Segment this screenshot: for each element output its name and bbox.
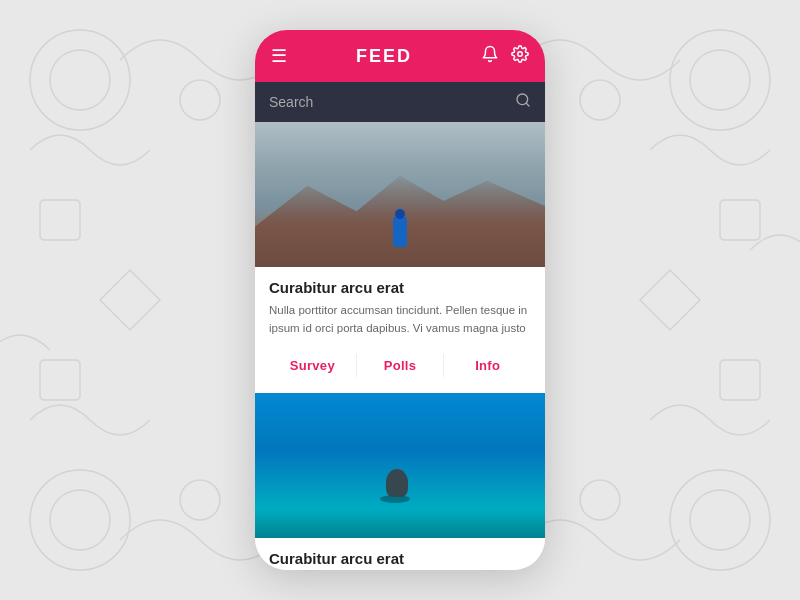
settings-icon[interactable] (511, 45, 529, 68)
svg-point-7 (670, 470, 770, 570)
search-icon[interactable] (515, 92, 531, 112)
card-2-title: Curabitur arcu erat (269, 550, 531, 567)
card-1-body: Curabitur arcu erat Nulla porttitor accu… (255, 267, 545, 344)
svg-rect-8 (40, 200, 80, 240)
menu-icon[interactable]: ☰ (271, 45, 287, 67)
hiker-figure (393, 217, 407, 247)
search-input[interactable] (269, 94, 515, 110)
svg-point-16 (518, 51, 523, 56)
app-title: FEED (356, 46, 412, 67)
mountain-image (255, 122, 545, 267)
feed-content: Curabitur arcu erat Nulla porttitor accu… (255, 122, 545, 570)
card-1-text: Nulla porttitor accumsan tincidunt. Pell… (269, 302, 531, 338)
header-actions (481, 45, 529, 68)
ocean-image (255, 393, 545, 538)
bell-icon[interactable] (481, 45, 499, 68)
svg-point-13 (580, 480, 620, 520)
tab-polls[interactable]: Polls (357, 354, 445, 377)
card-2-body: Curabitur arcu erat Nulla porttitor accu… (255, 538, 545, 570)
svg-point-5 (30, 470, 130, 570)
svg-rect-9 (720, 200, 760, 240)
rock-shadow (380, 495, 410, 503)
svg-point-14 (180, 80, 220, 120)
app-header: ☰ FEED (255, 30, 545, 82)
card-1-image (255, 122, 545, 267)
tab-survey[interactable]: Survey (269, 354, 357, 377)
svg-point-4 (50, 490, 110, 550)
svg-point-6 (690, 490, 750, 550)
svg-point-12 (180, 480, 220, 520)
phone-frame: ☰ FEED (255, 30, 545, 570)
feed-card-1: Curabitur arcu erat Nulla porttitor accu… (255, 122, 545, 389)
card-1-tabs: Survey Polls Info (255, 344, 545, 389)
svg-point-2 (690, 50, 750, 110)
feed-card-2: Curabitur arcu erat Nulla porttitor accu… (255, 393, 545, 570)
card-2-image (255, 393, 545, 538)
svg-line-18 (526, 103, 529, 106)
svg-rect-10 (40, 360, 80, 400)
svg-point-0 (50, 50, 110, 110)
search-bar (255, 82, 545, 122)
svg-point-1 (30, 30, 130, 130)
svg-point-15 (580, 80, 620, 120)
card-1-title: Curabitur arcu erat (269, 279, 531, 296)
tab-info[interactable]: Info (444, 354, 531, 377)
svg-point-3 (670, 30, 770, 130)
svg-rect-11 (720, 360, 760, 400)
